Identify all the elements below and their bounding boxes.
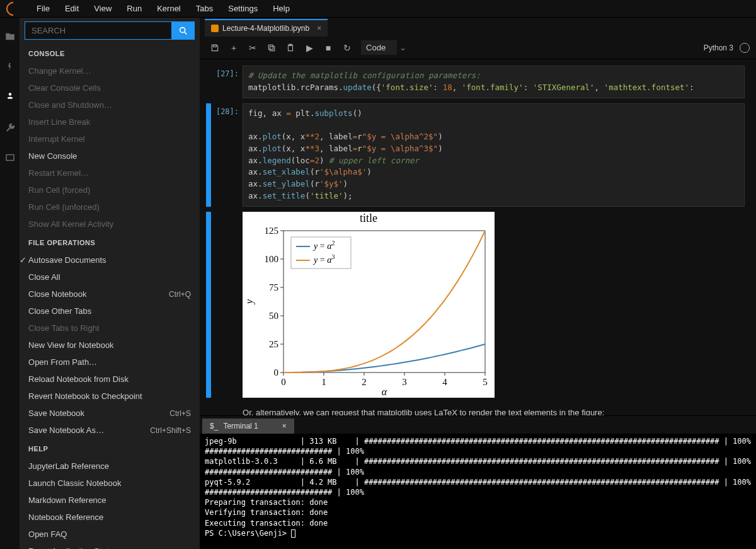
- command-item[interactable]: Markdown Reference: [20, 492, 200, 509]
- command-item[interactable]: Save NotebookCtrl+S: [20, 405, 200, 422]
- folder-icon[interactable]: [4, 30, 16, 43]
- notebook-icon: [211, 25, 219, 32]
- command-item[interactable]: Close and Shutdown…: [20, 96, 200, 113]
- tabs-icon[interactable]: [4, 151, 16, 164]
- activity-bar: [0, 18, 20, 549]
- command-item[interactable]: Close NotebookCtrl+Q: [20, 286, 200, 303]
- section-header: HELP: [20, 439, 200, 458]
- menu-view[interactable]: View: [86, 0, 119, 18]
- menu-help[interactable]: Help: [265, 0, 297, 18]
- commands-icon[interactable]: [4, 91, 16, 103]
- command-item[interactable]: Open From Path…: [20, 354, 200, 371]
- svg-text:y: y: [244, 299, 255, 305]
- svg-text:4: 4: [442, 377, 447, 387]
- celltype-select[interactable]: Code: [361, 40, 397, 55]
- terminal-body[interactable]: jpeg-9b | 313 KB | #####################…: [200, 434, 756, 549]
- svg-rect-9: [284, 231, 485, 373]
- command-item[interactable]: Run Cell (forced): [20, 182, 200, 199]
- command-item[interactable]: Change Kernel…: [20, 62, 200, 79]
- running-icon[interactable]: [4, 61, 16, 73]
- command-item[interactable]: Run Cell (unforced): [20, 199, 200, 216]
- code-cell[interactable]: [28]: fig, ax = plt.subplots() ax.plot(x…: [206, 103, 745, 207]
- menu-edit[interactable]: Edit: [57, 0, 86, 18]
- command-item[interactable]: New View for Notebook: [20, 337, 200, 354]
- terminal-tab-label: Terminal 1: [223, 422, 258, 431]
- svg-rect-1: [6, 155, 14, 161]
- menu-kernel[interactable]: Kernel: [149, 0, 188, 18]
- search-button[interactable]: [172, 21, 195, 40]
- cell-prompt: [28]:: [211, 103, 243, 207]
- command-item[interactable]: New Console: [20, 147, 200, 165]
- command-item[interactable]: Launch Classic Notebook: [20, 475, 200, 492]
- svg-text:y = α2: y = α2: [312, 240, 335, 251]
- tab-label: Lecture-4-Matplotlib.ipynb: [222, 24, 309, 33]
- tab-notebook[interactable]: Lecture-4-Matplotlib.ipynb ×: [205, 19, 328, 37]
- command-item[interactable]: Show All Kernel Activity: [20, 216, 200, 233]
- add-icon[interactable]: +: [225, 39, 243, 57]
- menu-settings[interactable]: Settings: [220, 0, 265, 18]
- svg-text:y = α3: y = α3: [312, 253, 335, 265]
- svg-text:title: title: [360, 212, 377, 224]
- section-header: CONSOLE: [20, 43, 200, 62]
- svg-rect-4: [270, 46, 275, 50]
- terminal-tab[interactable]: $_ Terminal 1 ×: [202, 419, 294, 434]
- kernel-name[interactable]: Python 3: [704, 43, 733, 52]
- close-icon[interactable]: ×: [317, 24, 321, 33]
- command-item[interactable]: Insert Line Break: [20, 113, 200, 130]
- save-icon[interactable]: [206, 39, 224, 57]
- code-cell[interactable]: [27]: # Update the matplotlib configurat…: [206, 66, 745, 98]
- menu-run[interactable]: Run: [119, 0, 149, 18]
- command-item[interactable]: ✓Autosave Documents: [20, 251, 200, 269]
- menubar: FileEditViewRunKernelTabsSettingsHelp: [0, 0, 756, 18]
- command-item[interactable]: Close Tabs to Right: [20, 320, 200, 337]
- command-item[interactable]: Interrupt Kernel: [20, 130, 200, 147]
- wrench-icon[interactable]: [4, 121, 16, 134]
- svg-text:25: 25: [269, 339, 278, 349]
- chevron-down-icon: ⌄: [399, 43, 406, 52]
- cell-prompt: [27]:: [211, 66, 243, 98]
- copy-icon[interactable]: [263, 39, 280, 57]
- cell-editor[interactable]: # Update the matplotlib configuration pa…: [243, 66, 745, 98]
- kernel-indicator-icon[interactable]: [740, 43, 750, 53]
- command-item[interactable]: JupyterLab Reference: [20, 458, 200, 475]
- matplotlib-output: title0255075100125012345αyy = α2y = α3: [243, 212, 495, 398]
- command-item[interactable]: Notebook Reference: [20, 509, 200, 526]
- svg-text:2: 2: [362, 377, 367, 387]
- command-item[interactable]: Reload Notebook from Disk: [20, 371, 200, 388]
- menu-tabs[interactable]: Tabs: [188, 0, 220, 18]
- command-item[interactable]: Open FAQ: [20, 526, 200, 543]
- svg-text:50: 50: [269, 311, 278, 321]
- command-item[interactable]: Reset Application State: [20, 543, 200, 549]
- svg-text:3: 3: [402, 377, 407, 387]
- svg-text:α: α: [382, 386, 387, 397]
- command-item[interactable]: Close Other Tabs: [20, 303, 200, 320]
- svg-text:75: 75: [269, 282, 278, 292]
- cell-editor[interactable]: fig, ax = plt.subplots() ax.plot(x, x**2…: [243, 103, 745, 207]
- markdown-cell[interactable]: Or, alternatively, we can request that m…: [206, 403, 745, 416]
- command-item[interactable]: Save Notebook As…Ctrl+Shift+S: [20, 422, 200, 439]
- search-input[interactable]: [25, 21, 172, 40]
- menu-file[interactable]: File: [29, 0, 57, 18]
- svg-text:125: 125: [265, 226, 279, 236]
- notebook-area[interactable]: [27]: # Update the matplotlib configurat…: [200, 59, 756, 415]
- command-item[interactable]: Revert Notebook to Checkpoint: [20, 388, 200, 405]
- svg-text:0: 0: [274, 367, 279, 378]
- svg-text:0: 0: [281, 377, 286, 387]
- svg-text:5: 5: [483, 377, 488, 387]
- section-header: FILE OPERATIONS: [20, 233, 200, 251]
- cut-icon[interactable]: ✂: [244, 39, 261, 57]
- stop-icon[interactable]: ■: [319, 39, 337, 57]
- close-icon[interactable]: ×: [282, 422, 287, 431]
- notebook-toolbar: + ✂ ▶ ■ ↻ Code ⌄ Python 3: [200, 37, 756, 59]
- paste-icon[interactable]: [282, 39, 299, 57]
- command-item[interactable]: Clear Console Cells: [20, 79, 200, 96]
- terminal-icon: $_: [210, 422, 218, 431]
- run-icon[interactable]: ▶: [301, 39, 318, 57]
- jupyter-logo: [3, 0, 23, 18]
- svg-text:100: 100: [265, 254, 279, 264]
- restart-icon[interactable]: ↻: [338, 39, 356, 57]
- svg-point-0: [8, 93, 11, 96]
- command-item[interactable]: Close All: [20, 269, 200, 286]
- command-item[interactable]: Restart Kernel…: [20, 165, 200, 182]
- svg-rect-5: [268, 45, 273, 49]
